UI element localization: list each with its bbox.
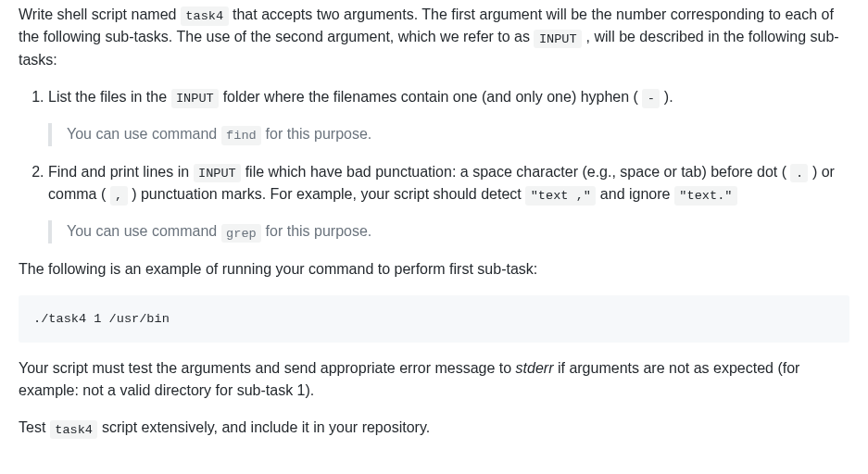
closing-text: script extensively, and include it in yo… bbox=[97, 419, 430, 435]
subtask-2: Find and print lines in INPUT file which… bbox=[48, 161, 849, 206]
hint-text: for this purpose. bbox=[261, 126, 371, 142]
script-name-code: task4 bbox=[50, 420, 98, 439]
task-text: Find and print lines in bbox=[48, 164, 194, 180]
input-code: INPUT bbox=[171, 89, 220, 107]
task-text: ) punctuation marks. For example, your s… bbox=[128, 186, 526, 202]
task-text: ). bbox=[660, 89, 673, 105]
note-text: Your script must test the arguments and … bbox=[19, 360, 516, 376]
example-intro: The following is an example of running y… bbox=[19, 258, 849, 281]
hint-text: for this purpose. bbox=[261, 223, 371, 239]
hint-text: You can use command bbox=[67, 126, 221, 142]
script-name-code: task4 bbox=[181, 6, 229, 25]
example-command-block: ./task4 1 /usr/bin bbox=[19, 295, 849, 343]
stderr-note: Your script must test the arguments and … bbox=[19, 357, 849, 402]
dot-code: . bbox=[790, 164, 808, 182]
input-code: INPUT bbox=[194, 164, 242, 182]
subtask-2-text: Find and print lines in INPUT file which… bbox=[48, 161, 849, 206]
hint-block-2: You can use command grep for this purpos… bbox=[48, 220, 849, 243]
closing-text: Test bbox=[19, 419, 50, 435]
comma-code: , bbox=[110, 186, 128, 205]
hint-1-text: You can use command find for this purpos… bbox=[67, 123, 835, 145]
input-arg-code: INPUT bbox=[534, 30, 582, 48]
intro-paragraph: Write shell script named task4 that acce… bbox=[19, 4, 849, 71]
subtask-1: List the files in the INPUT folder where… bbox=[48, 86, 849, 108]
bad-example-code: "text ," bbox=[525, 186, 596, 205]
good-example-code: "text." bbox=[674, 186, 737, 205]
task-text: and ignore bbox=[596, 186, 674, 202]
task-text: file which have bad punctuation: a space… bbox=[241, 164, 790, 180]
stderr-em: stderr bbox=[516, 360, 554, 376]
closing-paragraph: Test task4 script extensively, and inclu… bbox=[19, 417, 849, 439]
intro-text: Write shell script named bbox=[19, 6, 181, 22]
hint-text: You can use command bbox=[67, 223, 221, 239]
grep-cmd-code: grep bbox=[221, 224, 262, 243]
hint-2-text: You can use command grep for this purpos… bbox=[67, 220, 835, 243]
subtask-list: List the files in the INPUT folder where… bbox=[19, 86, 849, 243]
task-text: folder where the filenames contain one (… bbox=[219, 89, 642, 105]
subtask-1-text: List the files in the INPUT folder where… bbox=[48, 86, 849, 108]
task-text: List the files in the bbox=[48, 89, 171, 105]
find-cmd-code: find bbox=[221, 126, 262, 144]
hint-block-1: You can use command find for this purpos… bbox=[48, 123, 849, 145]
document-page: { "intro": { "part1": "Write shell scrip… bbox=[0, 0, 868, 473]
hyphen-code: - bbox=[642, 89, 660, 107]
